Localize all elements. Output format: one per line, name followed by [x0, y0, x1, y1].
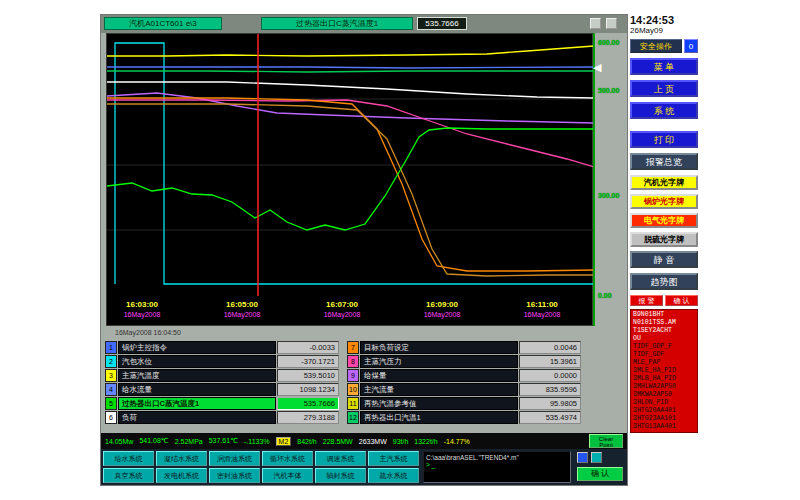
scale-marker-icon[interactable]: ◀	[593, 61, 601, 74]
sidebar-button[interactable]: 趋势图	[630, 273, 698, 290]
trend-line-sh-outlet-c-temp1	[107, 128, 594, 230]
pen-color-swatch: 2	[105, 355, 117, 368]
legend-row[interactable]: 8主蒸汽压力15.3961	[347, 355, 581, 368]
sidebar-button[interactable]: 上 页	[630, 80, 698, 97]
point-group-tab[interactable]: 汽机A01CT601 e\3	[104, 17, 222, 30]
system-button[interactable]: 调速系统	[315, 451, 366, 466]
x-tick-time: 16:07:00	[310, 300, 374, 309]
console-icon-teal[interactable]	[591, 452, 602, 463]
alarm-entry[interactable]: 3MHLWA2AP50	[633, 383, 695, 391]
legend-row[interactable]: 6负荷279.3188	[105, 411, 339, 424]
x-tick-time: 16:11:00	[510, 300, 574, 309]
console-line1: C:\aaa\branASEL."TREND4*.m"	[426, 454, 568, 461]
sidebar-extra-buttons: 静 音趋势图	[630, 251, 698, 290]
pen-value: 535.7666	[277, 397, 339, 410]
alarm-entry[interactable]: 3MLB_HA_PID	[633, 375, 695, 383]
status-value: 2.52MPa	[175, 438, 203, 445]
console-icon-blue[interactable]	[577, 452, 588, 463]
pen-value: 535.4974	[519, 411, 581, 424]
safe-operation-row: 安全操作 0	[630, 39, 698, 53]
pen-name: 目标负荷设定	[360, 341, 518, 354]
clock-time: 14:24:53	[630, 14, 698, 26]
sidebar-button[interactable]: 打 印	[630, 131, 698, 148]
legend-row[interactable]: 2汽包水位-370.1721	[105, 355, 339, 368]
alarm-entry[interactable]: T1SEY2ACHT	[633, 327, 695, 335]
legend-row[interactable]: 11再热汽温参考值95.9805	[347, 397, 581, 410]
y-tick-label: 600.00	[598, 39, 619, 46]
trend-line-main-steam-temp	[107, 46, 594, 56]
sidebar-button[interactable]: 菜 单	[630, 58, 698, 75]
system-button[interactable]: 润滑油系统	[209, 451, 260, 466]
legend-row[interactable]: 12再热器出口汽温1535.4974	[347, 411, 581, 424]
legend-row[interactable]: 10主汽流量835.9596	[347, 383, 581, 396]
pen-value: 279.3188	[277, 411, 339, 424]
ack-button[interactable]: 确 认	[577, 467, 623, 481]
system-button[interactable]: 给水系统	[103, 451, 154, 466]
x-tick-time: 16:05:00	[210, 300, 274, 309]
status-bar: 14.05Mw541.08℃2.52MPa537.61℃-.1133%M2842…	[101, 433, 627, 449]
trend-window: 汽机A01CT601 e\3 过热器出口C蒸汽温度1 535.7666 16:0…	[100, 14, 628, 486]
alarm-entry[interactable]: 3MKWA2AP50	[633, 391, 695, 399]
legend-row[interactable]: 9给煤量0.0000	[347, 369, 581, 382]
command-console[interactable]: C:\aaa\branASEL."TREND4*.m" > _	[423, 451, 571, 483]
annunciator-lamps: 汽机光字牌锅炉光字牌电气光字牌脱硫光字牌	[630, 175, 698, 247]
topbar-icon-1[interactable]	[590, 18, 601, 29]
alarm-tab[interactable]: 确 认	[665, 295, 698, 306]
legend-row[interactable]: 3主蒸汽温度539.5010	[105, 369, 339, 382]
alarm-entry[interactable]: B9N01BHT	[633, 311, 695, 319]
pen-value: 0.0000	[519, 369, 581, 382]
alarm-entry[interactable]: 3HLDN_PID	[633, 399, 695, 407]
status-value: 537.61℃	[209, 437, 238, 445]
pen-name: 汽包水位	[118, 355, 276, 368]
system-button[interactable]: 循环水系统	[262, 451, 313, 466]
pen-value: 0.0046	[519, 341, 581, 354]
status-values: 14.05Mw541.08℃2.52MPa537.61℃-.1133%M2842…	[105, 437, 470, 446]
system-button[interactable]: 汽机本体	[262, 468, 313, 483]
system-button[interactable]: 轴封系统	[315, 468, 366, 483]
sidebar-button[interactable]: 系 统	[630, 102, 698, 119]
trend-chart[interactable]: 16:03:0016May200816:05:0016May200816:07:…	[106, 33, 593, 326]
selected-point-tab[interactable]: 过热器出口C蒸汽温度1	[261, 17, 413, 30]
status-value: 14.05Mw	[105, 438, 133, 445]
alarm-entry[interactable]: 3HTG13AA401	[633, 423, 695, 431]
system-button[interactable]: 发电机系统	[156, 468, 207, 483]
alarm-entry[interactable]: OU	[633, 335, 695, 343]
topbar-icon-2[interactable]	[606, 18, 617, 29]
system-button[interactable]: 主汽系统	[368, 451, 419, 466]
trend-line-drum-level	[115, 43, 594, 284]
alarm-entry[interactable]: MLE_PAP	[633, 359, 695, 367]
system-button[interactable]: 密封油系统	[209, 468, 260, 483]
clear-point-button[interactable]: Clear Point	[589, 434, 623, 448]
annunciator-lamp[interactable]: 汽机光字牌	[630, 175, 698, 190]
sidebar-buttons: 菜 单上 页系 统打 印报警总览	[630, 58, 698, 170]
pen-value: 95.9805	[519, 397, 581, 410]
system-button[interactable]: 疏水系统	[368, 468, 419, 483]
legend-row[interactable]: 7目标负荷设定0.0046	[347, 341, 581, 354]
x-tick-time: 16:03:00	[110, 300, 174, 309]
annunciator-lamp[interactable]: 脱硫光字牌	[630, 232, 698, 247]
pen-color-swatch: 6	[105, 411, 117, 424]
x-tick-date: 16May2008	[510, 311, 574, 318]
pen-name: 主蒸汽压力	[360, 355, 518, 368]
alarm-tab[interactable]: 报 警	[630, 295, 663, 306]
safe-operation-button[interactable]: 安全操作	[630, 39, 682, 53]
annunciator-lamp[interactable]: 电气光字牌	[630, 213, 698, 228]
sidebar-button[interactable]: 报警总览	[630, 153, 698, 170]
alarm-entry[interactable]: 3HTG20AA401	[633, 407, 695, 415]
x-tick-date: 16May2008	[110, 311, 174, 318]
status-value: -14.77%	[444, 438, 470, 445]
sidebar-button[interactable]: 静 音	[630, 251, 698, 268]
system-button[interactable]: 凝结水系统	[156, 451, 207, 466]
alarm-entry[interactable]: TIDF_GDP_F	[633, 343, 695, 351]
legend-row[interactable]: 5过热器出口C蒸汽温度1535.7666	[105, 397, 339, 410]
alarm-entry[interactable]: 3HTG23AA101	[633, 415, 695, 423]
annunciator-lamp[interactable]: 锅炉光字牌	[630, 194, 698, 209]
legend-row[interactable]: 1锅炉主控指令-0.0033	[105, 341, 339, 354]
pen-color-swatch: 1	[105, 341, 117, 354]
clear-point-label-2: Point	[590, 442, 622, 448]
alarm-entry[interactable]: TIDF_GDF	[633, 351, 695, 359]
system-button[interactable]: 真空系统	[103, 468, 154, 483]
alarm-entry[interactable]: N0101TSS.AM	[633, 319, 695, 327]
alarm-entry[interactable]: 3MLE_HA_PID	[633, 367, 695, 375]
legend-row[interactable]: 4给水流量1098.1234	[105, 383, 339, 396]
